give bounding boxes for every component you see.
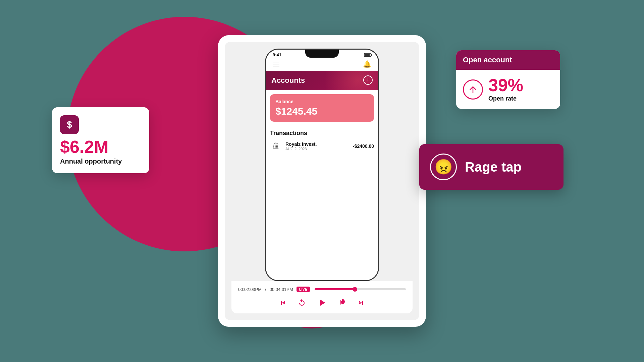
rewind-button[interactable] <box>298 299 306 307</box>
angry-emoji: 😠 <box>434 160 453 174</box>
fast-forward-button[interactable] <box>338 299 346 307</box>
transaction-item: 🏛 Royalz Invest. AUG 2, 2023 -$2400.00 <box>270 140 374 152</box>
open-account-body: 39% Open rate <box>456 70 560 109</box>
inner-screen-bg: 9:41 🔔 Accounts + Balance $1245.45 <box>225 42 419 320</box>
up-arrow-circle <box>463 79 483 100</box>
progress-thumb <box>353 287 357 292</box>
transaction-name: Royalz Invest. <box>285 141 350 147</box>
battery-icon <box>364 53 371 57</box>
dollar-symbol: $ <box>67 119 72 130</box>
current-time: 00:02:03PM <box>238 287 262 292</box>
transaction-amount: -$2400.00 <box>353 143 374 149</box>
play-button[interactable] <box>317 297 327 308</box>
open-account-title: Open account <box>463 56 512 64</box>
transactions-section: Transactions 🏛 Royalz Invest. AUG 2, 202… <box>266 126 378 280</box>
total-time: 00:04:31PM <box>270 287 293 292</box>
video-controls <box>238 295 406 311</box>
balance-card: Balance $1245.45 <box>270 94 374 122</box>
annual-label: Annual opportunity <box>60 158 141 165</box>
video-time-bar: 00:02:03PM / 00:04:31PM LIVE <box>238 287 406 292</box>
annual-opportunity-card: $ $6.2M Annual opportunity <box>52 107 149 173</box>
phone-mockup: 9:41 🔔 Accounts + Balance $1245.45 <box>265 49 379 281</box>
transaction-info: Royalz Invest. AUG 2, 2023 <box>285 141 350 151</box>
status-time: 9:41 <box>273 52 281 57</box>
skip-forward-button[interactable] <box>357 299 365 307</box>
transactions-title: Transactions <box>270 130 374 137</box>
angry-face-icon: 😠 <box>430 154 457 180</box>
balance-amount: $1245.45 <box>275 106 369 117</box>
phone-notch <box>305 50 339 58</box>
progress-fill <box>315 288 355 290</box>
open-account-card: Open account 39% Open rate <box>456 50 560 109</box>
bell-icon[interactable]: 🔔 <box>363 60 371 68</box>
add-account-button[interactable]: + <box>363 75 373 85</box>
dollar-icon-box: $ <box>60 115 79 134</box>
annual-amount: $6.2M <box>60 138 141 156</box>
rage-tap-label: Rage tap <box>465 160 522 175</box>
hamburger-icon[interactable] <box>273 62 279 66</box>
phone-nav-bar: 🔔 <box>266 59 378 71</box>
phone-accounts-header: Accounts + <box>266 71 378 90</box>
accounts-title: Accounts <box>271 76 305 84</box>
time-separator: / <box>265 287 266 292</box>
video-player: 00:02:03PM / 00:04:31PM LIVE <box>231 281 413 313</box>
open-rate-value: 39% <box>488 76 523 94</box>
live-badge: LIVE <box>297 287 310 292</box>
balance-label: Balance <box>275 99 369 104</box>
skip-back-button[interactable] <box>279 299 287 307</box>
open-rate-info: 39% Open rate <box>488 76 523 102</box>
open-account-header: Open account <box>456 50 560 70</box>
progress-bar[interactable] <box>315 288 406 290</box>
phone-status-bar: 9:41 <box>266 50 378 59</box>
rage-tap-card: 😠 Rage tap <box>419 144 564 190</box>
bank-icon: 🏛 <box>270 140 282 152</box>
main-frame: 9:41 🔔 Accounts + Balance $1245.45 <box>218 35 426 327</box>
open-rate-label: Open rate <box>488 95 523 102</box>
transaction-date: AUG 2, 2023 <box>285 147 350 151</box>
